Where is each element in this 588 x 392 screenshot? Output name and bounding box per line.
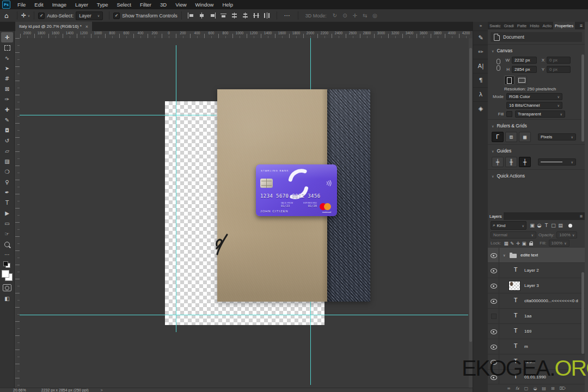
layer-row-01-01-1990[interactable]: ∨ T 01.01.1990 — [488, 370, 585, 384]
shape-tool[interactable]: ▭ — [1, 218, 13, 229]
layer-row-m[interactable]: ∨ T m — [488, 339, 585, 354]
edit-guides-icon[interactable]: ┼ — [519, 157, 531, 167]
menu-item[interactable]: Window — [191, 2, 218, 8]
guide-vertical-1[interactable] — [176, 45, 176, 332]
lock-paint-icon[interactable]: ✎ — [509, 241, 515, 246]
pixel-grid-icon[interactable]: ▩ — [519, 132, 531, 142]
delete-layer-icon[interactable]: ⌦ — [560, 386, 566, 391]
home-icon[interactable]: ⌂ — [4, 12, 9, 20]
zoom-tool[interactable] — [1, 239, 13, 249]
menu-item[interactable]: View — [171, 2, 191, 8]
eraser-tool[interactable]: ▱ — [1, 146, 13, 156]
canvas-y-field[interactable]: 0 px — [547, 66, 571, 73]
type-tool[interactable]: T — [1, 198, 13, 208]
menu-item[interactable]: Type — [93, 2, 113, 8]
guide-horizontal-1[interactable] — [20, 115, 217, 115]
align-top-edges-icon[interactable] — [220, 13, 227, 19]
guides-section-header[interactable]: ∨ Guides — [488, 146, 585, 155]
new-group-icon[interactable]: ▤ — [542, 386, 546, 391]
foreground-background-colors[interactable] — [2, 270, 13, 281]
filter-adjustment-layers-icon[interactable]: ◒ — [536, 222, 543, 229]
adjustment-layer-icon[interactable]: ◒ — [533, 386, 537, 391]
layer-effects-icon[interactable]: fx — [516, 386, 519, 391]
distribute-horizontal-centers-icon[interactable] — [242, 13, 249, 19]
distribute-right-edges-icon[interactable] — [264, 13, 271, 19]
brush-tool[interactable]: ✎ — [1, 115, 13, 125]
ruler-units-dropdown[interactable]: Pixels ∨ — [538, 133, 576, 140]
menu-item[interactable]: File — [13, 2, 30, 8]
panel-tab[interactable]: Patte — [516, 22, 529, 29]
libraries-panel-icon[interactable]: ◈ — [473, 101, 488, 115]
guide-style-dropdown[interactable]: ∨ — [538, 158, 576, 166]
pen-tool[interactable]: ✒ — [1, 187, 13, 198]
3d-orbit-icon[interactable]: ↻ — [333, 13, 337, 19]
layer-row-edite-text[interactable]: ∨ T edite text — [488, 248, 585, 263]
link-dimensions-icon[interactable] — [497, 59, 500, 71]
lock-transparent-icon[interactable]: ▦ — [503, 241, 509, 246]
path-selection-tool[interactable]: ▶ — [1, 208, 13, 218]
visibility-eye-icon[interactable] — [491, 345, 497, 350]
3d-slide-icon[interactable]: ⇆ — [363, 13, 367, 19]
fill-dropdown[interactable]: Transparent ∨ — [515, 111, 565, 118]
default-colors-icon[interactable] — [3, 261, 11, 268]
lasso-tool[interactable]: ∿ — [1, 53, 13, 63]
brush-settings-icon[interactable]: ✎ — [473, 30, 488, 45]
paragraph-panel-icon[interactable]: ¶ — [473, 73, 488, 87]
eyedropper-tool[interactable]: ✑ — [1, 94, 13, 105]
more-options-icon[interactable]: ⋯ — [284, 12, 291, 19]
panel-tab[interactable]: Gradi — [502, 22, 515, 29]
fill-checkbox[interactable] — [506, 111, 512, 117]
glyphs-panel-icon[interactable]: λ — [473, 87, 488, 101]
layer-row-layer-2[interactable]: ∨ T Layer 2 — [488, 263, 585, 278]
visibility-eye-icon[interactable] — [491, 360, 497, 365]
canvas-vertical-scrollbar[interactable] — [469, 38, 473, 388]
filter-kind-dropdown[interactable]: ⌕ Kind ∨ — [491, 221, 526, 230]
visibility-eye-icon[interactable] — [491, 329, 497, 334]
filter-shape-layers-icon[interactable]: □ — [550, 222, 557, 229]
close-icon[interactable]: × — [85, 24, 88, 29]
visibility-eye-icon[interactable] — [491, 268, 497, 273]
visibility-eye-icon[interactable] — [491, 375, 497, 380]
layer-row-layer-3[interactable]: ∨ T Layer 3 — [488, 278, 585, 293]
opacity-field[interactable]: 100% ∨ — [556, 231, 577, 238]
visibility-eye-icon[interactable] — [491, 299, 497, 304]
healing-brush-tool[interactable]: ✚ — [1, 105, 13, 115]
filter-pixel-layers-icon[interactable]: ▣ — [529, 222, 536, 229]
lock-guides-icon[interactable]: ╫ — [505, 157, 517, 167]
quick-mask-icon[interactable] — [3, 284, 11, 291]
menu-item[interactable]: Edit — [30, 2, 47, 8]
auto-select-dropdown[interactable]: Layer ∨ — [76, 11, 103, 20]
portrait-orientation-button[interactable] — [504, 76, 514, 85]
layers-scrollbar[interactable] — [581, 272, 584, 354]
menu-item[interactable]: Filter — [136, 2, 156, 8]
canvas-width-field[interactable]: 2232 px — [512, 57, 537, 64]
hand-tool[interactable]: ☞ — [1, 229, 13, 239]
panel-tab[interactable]: Histo — [528, 22, 541, 29]
distribute-left-edges-icon[interactable] — [253, 13, 260, 19]
collapse-panels-icon[interactable]: » — [480, 23, 482, 28]
grid-icon[interactable]: ⊞ — [505, 132, 517, 142]
quick-actions-section-header[interactable]: ∨ Quick Actions — [488, 171, 585, 180]
visibility-eye-icon[interactable] — [491, 253, 497, 258]
align-left-edges-icon[interactable] — [187, 13, 194, 19]
canvas-section-header[interactable]: ∨ Canvas — [488, 46, 585, 55]
blur-tool[interactable]: ❍ — [1, 167, 13, 177]
canvas-area[interactable]: STARLING BANK 1234 5670 9012 3456 VALID … — [20, 38, 473, 388]
move-tool[interactable]: ✛ — [1, 32, 13, 42]
frame-tool[interactable]: ⊠ — [1, 84, 13, 94]
layer-mask-icon[interactable]: ▢ — [524, 386, 529, 391]
panel-menu-icon[interactable]: ≡ — [580, 213, 583, 219]
auto-select-checkbox[interactable]: ✓ — [38, 13, 45, 19]
show-guides-icon[interactable]: ╪ — [492, 157, 504, 167]
3d-roll-icon[interactable]: ⊙ — [342, 13, 347, 19]
filter-toggle-icon[interactable] — [568, 224, 572, 228]
horizontal-ruler[interactable]: 2000180016001400120010008006004002000200… — [20, 31, 473, 39]
canvas-x-field[interactable]: 0 px — [547, 57, 571, 64]
bit-depth-dropdown[interactable]: 16 Bits/Channel ∨ — [506, 102, 562, 109]
tab-properties[interactable]: Properties — [553, 22, 575, 29]
layer-row-cita0000000-0-d[interactable]: ∨ T cita0000000...<<<<<<<<0 d — [488, 293, 585, 309]
rulers-grids-section-header[interactable]: ∨ Rulers & Grids — [488, 121, 585, 130]
link-layers-icon[interactable]: ∞ — [507, 386, 511, 391]
screen-mode-icon[interactable]: ◧ — [1, 293, 13, 304]
gradient-tool[interactable]: ▨ — [1, 156, 13, 167]
